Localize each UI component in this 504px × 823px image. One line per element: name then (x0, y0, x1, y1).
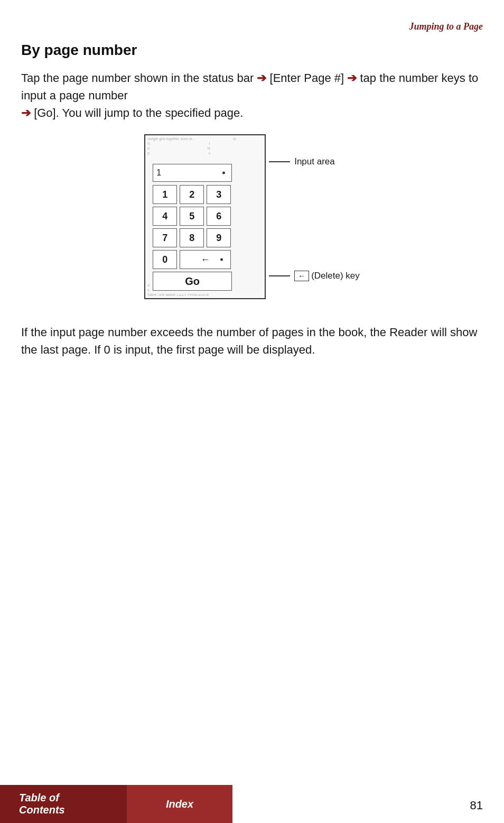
go-label: Go (185, 275, 200, 288)
go-button[interactable]: Go (153, 272, 232, 291)
page-number-input[interactable]: 1 (153, 164, 232, 182)
diagram-area: ounger girls together, soon ar... re ic … (21, 134, 483, 309)
arrow-icon-3: ➔ (21, 104, 31, 122)
key-9[interactable]: 9 (207, 228, 231, 247)
annotation-delete-label: (Delete) key (311, 271, 360, 281)
key-1[interactable]: 1 (153, 185, 177, 204)
page-header: Jumping to a Page (21, 21, 483, 32)
device-frame: ounger girls together, soon ar... re ic … (144, 134, 266, 299)
annotation-line-delete (269, 275, 290, 276)
key-0[interactable]: 0 (153, 250, 177, 269)
delete-dot (220, 258, 223, 261)
input-area-annotation: Input area (269, 156, 360, 167)
delete-key-icon: ← (294, 271, 309, 281)
keypad-grid: 1 2 3 4 5 6 7 8 9 (153, 185, 257, 247)
toc-label: Table of Contents (19, 792, 108, 816)
device-bg-text-top: ounger girls together, soon ar... re ic … (147, 136, 263, 155)
arrow-icon-1: ➔ (257, 69, 266, 87)
key-4[interactable]: 4 (153, 207, 177, 226)
delete-arrow-icon: ← (201, 254, 210, 265)
page-container: Jumping to a Page By page number Tap the… (0, 0, 504, 823)
body-text-1b: [Enter Page #] (270, 71, 344, 85)
arrow-icon-2: ➔ (347, 69, 357, 87)
delete-key-annotation: ← (Delete) key (269, 271, 360, 281)
body-paragraph-1: Tap the page number shown in the status … (21, 69, 483, 122)
key-delete[interactable]: ← (180, 250, 231, 269)
annotation-line-input (269, 161, 290, 162)
header-title: Jumping to a Page (409, 21, 483, 32)
cursor-dot (222, 172, 225, 174)
key-5[interactable]: 5 (180, 207, 204, 226)
input-value: 1 (156, 168, 161, 178)
key-8[interactable]: 8 (180, 228, 204, 247)
toc-button[interactable]: Table of Contents (0, 785, 127, 823)
key-2[interactable]: 2 (180, 185, 204, 204)
input-row: 1 (153, 164, 257, 182)
annotation-input-label: Input area (294, 156, 335, 167)
body-text-1d: [Go]. You will jump to the specified pag… (34, 106, 243, 119)
key-3[interactable]: 3 (207, 185, 231, 204)
index-button[interactable]: Index (127, 785, 232, 823)
key-6[interactable]: 6 (207, 207, 231, 226)
bottom-nav: Table of Contents Index (0, 785, 504, 823)
body-paragraph-2: If the input page number exceeds the num… (21, 323, 483, 358)
section-title: By page number (21, 42, 483, 59)
bottom-row: 0 ← (153, 250, 257, 269)
body-text-1a: Tap the page number shown in the status … (21, 71, 254, 85)
key-7[interactable]: 7 (153, 228, 177, 247)
index-label: Index (166, 798, 193, 810)
